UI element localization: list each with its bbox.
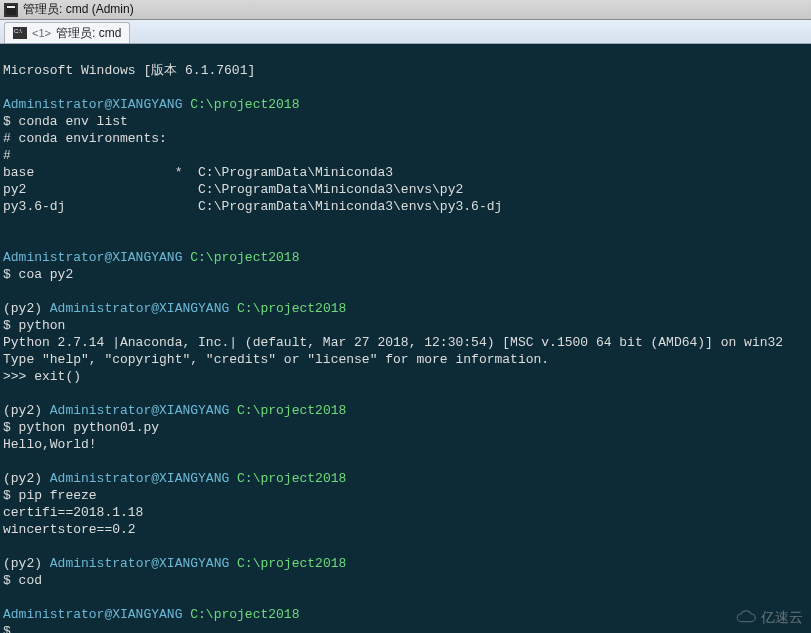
env-header: # conda environments: (3, 131, 167, 146)
cmd-python-file: python python01.py (19, 420, 159, 435)
cmd-icon (13, 27, 27, 39)
prompt-path: C:\project2018 (237, 403, 346, 418)
prompt-symbol: $ (3, 267, 19, 282)
tab-index: <1> (32, 27, 51, 39)
window-title: 管理员: cmd (Admin) (23, 1, 134, 18)
prompt-user: Administrator@XIANGYANG (3, 250, 182, 265)
cmd-conda-env-list: conda env list (19, 114, 128, 129)
python-banner1: Python 2.7.14 |Anaconda, Inc.| (default,… (3, 335, 783, 350)
prompt-user: Administrator@XIANGYANG (50, 556, 229, 571)
prompt-path: C:\project2018 (237, 471, 346, 486)
watermark: 亿速云 (733, 609, 803, 627)
env-prefix: (py2) (3, 556, 50, 571)
python-exit: >>> exit() (3, 369, 81, 384)
prompt-symbol: $ (3, 420, 19, 435)
prompt-path: C:\project2018 (237, 301, 346, 316)
app-icon (4, 3, 18, 17)
cloud-icon (733, 610, 757, 626)
pip-certifi: certifi==2018.1.18 (3, 505, 143, 520)
env-prefix: (py2) (3, 471, 50, 486)
env-prefix: (py2) (3, 403, 50, 418)
window-titlebar[interactable]: 管理员: cmd (Admin) (0, 0, 811, 20)
prompt-path: C:\project2018 (190, 250, 299, 265)
watermark-text: 亿速云 (761, 609, 803, 627)
prompt-symbol: $ (3, 624, 11, 633)
env-hash: # (3, 148, 11, 163)
prompt-user: Administrator@XIANGYANG (50, 301, 229, 316)
prompt-symbol: $ (3, 488, 19, 503)
prompt-path: C:\project2018 (190, 607, 299, 622)
prompt-symbol: $ (3, 573, 19, 588)
prompt-user: Administrator@XIANGYANG (3, 97, 182, 112)
prompt-user: Administrator@XIANGYANG (50, 471, 229, 486)
env-py36: py3.6-dj C:\ProgramData\Miniconda3\envs\… (3, 199, 502, 214)
svg-rect-1 (7, 6, 15, 8)
prompt-user: Administrator@XIANGYANG (3, 607, 182, 622)
cmd-cod: cod (19, 573, 42, 588)
version-line: Microsoft Windows [版本 6.1.7601] (3, 63, 255, 78)
prompt-path: C:\project2018 (237, 556, 346, 571)
pip-wincertstore: wincertstore==0.2 (3, 522, 136, 537)
python-banner2: Type "help", "copyright", "credits" or "… (3, 352, 549, 367)
tab-cmd[interactable]: <1> 管理员: cmd (4, 22, 130, 43)
terminal-output[interactable]: Microsoft Windows [版本 6.1.7601] Administ… (0, 44, 811, 633)
prompt-path: C:\project2018 (190, 97, 299, 112)
tab-label: 管理员: cmd (56, 25, 121, 42)
env-py2: py2 C:\ProgramData\Miniconda3\envs\py2 (3, 182, 463, 197)
tab-bar: <1> 管理员: cmd (0, 20, 811, 44)
cmd-pip-freeze: pip freeze (19, 488, 97, 503)
cmd-python: python (19, 318, 66, 333)
prompt-symbol: $ (3, 318, 19, 333)
hello-world: Hello,World! (3, 437, 97, 452)
prompt-user: Administrator@XIANGYANG (50, 403, 229, 418)
env-base: base * C:\ProgramData\Miniconda3 (3, 165, 393, 180)
env-prefix: (py2) (3, 301, 50, 316)
prompt-symbol: $ (3, 114, 19, 129)
cmd-coa-py2: coa py2 (19, 267, 74, 282)
